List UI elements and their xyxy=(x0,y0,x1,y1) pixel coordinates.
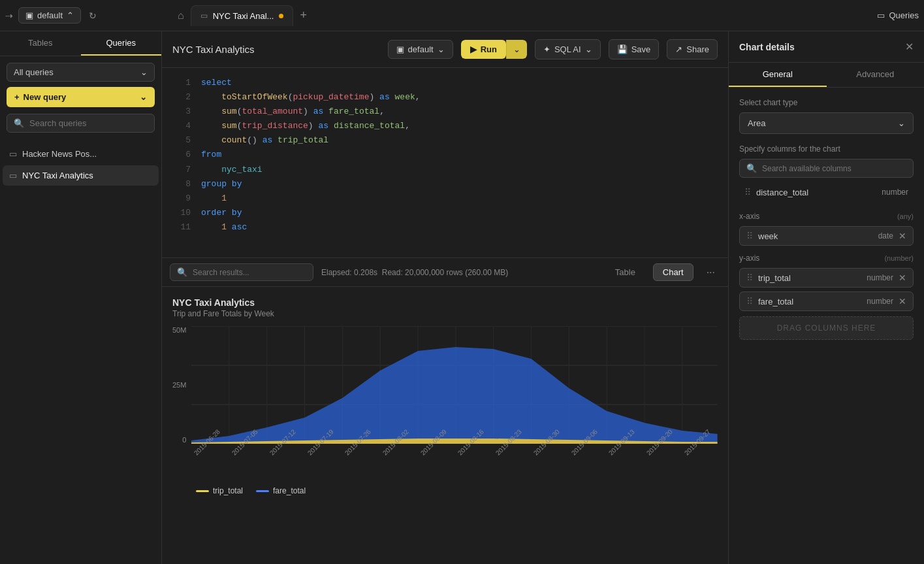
chart-details-title: Chart details xyxy=(739,42,795,52)
x-axis-labels: 2015-06-28 2015-07-05 2015-07-12 2015-07… xyxy=(191,446,718,459)
share-button[interactable]: ↗ Share xyxy=(667,39,718,59)
sql-ai-label: SQL AI xyxy=(554,44,581,54)
back-icon[interactable]: ⇢ xyxy=(5,10,13,21)
plus-icon: + xyxy=(14,92,20,102)
y-axis-trip-total-col: ⠿ trip_total number ✕ xyxy=(739,268,914,288)
code-line-2: 2 toStartOfWeek(pickup_datetime) as week… xyxy=(162,90,728,105)
chart-view-button[interactable]: Chart xyxy=(653,263,693,281)
results-search-box[interactable]: 🔍 xyxy=(170,263,313,281)
new-query-chevron-icon: ⌄ xyxy=(140,92,147,102)
add-tab-button[interactable]: + xyxy=(295,3,312,27)
db-selector-icon: ▣ xyxy=(396,44,404,54)
chart-details-tabs: General Advanced xyxy=(729,63,924,88)
run-button-wrapper: ▶ Run ⌄ xyxy=(461,40,527,59)
close-panel-button[interactable]: ✕ xyxy=(905,41,914,53)
y-axis-fare-total-col: ⠿ fare_total number ✕ xyxy=(739,291,914,311)
more-options-button[interactable]: ··· xyxy=(701,264,720,281)
top-bar: ⇢ ▣ default ⌃ ↻ ⌂ ▭ NYC Taxi Anal... + ▭… xyxy=(0,0,924,31)
db-selector-badge[interactable]: ▣ default ⌃ xyxy=(18,7,81,24)
active-tab[interactable]: ▭ NYC Taxi Anal... xyxy=(191,5,294,26)
dropdown-chevron-icon: ⌄ xyxy=(140,67,148,77)
sidebar-item-label: Hacker News Pos... xyxy=(22,149,97,159)
elapsed-info: Elapsed: 0.208s Read: 20,000,000 rows (2… xyxy=(321,268,597,277)
col-name-label: distance_total xyxy=(756,188,808,197)
code-line-4: 4 sum(trip_distance) as distance_total, xyxy=(162,119,728,133)
db-name-label: default xyxy=(37,10,63,20)
refresh-icon[interactable]: ↻ xyxy=(89,10,97,21)
column-search-input[interactable] xyxy=(762,164,906,173)
content-area: NYC Taxi Analytics ▣ default ⌄ ▶ Run ⌄ ✦… xyxy=(162,31,728,564)
legend-trip-total: trip_total xyxy=(196,486,243,495)
queries-icon: ▭ xyxy=(877,10,885,20)
x-axis-week-col: ⠿ week date ✕ xyxy=(739,226,914,246)
results-search-input[interactable] xyxy=(193,268,306,277)
y-col-fare-drag-icon[interactable]: ⠿ xyxy=(746,296,753,307)
chart-title: NYC Taxi Analytics xyxy=(172,297,718,308)
tab-modified-dot xyxy=(279,14,283,18)
chart-details-header: Chart details ✕ xyxy=(729,31,924,63)
save-button[interactable]: 💾 Save xyxy=(609,39,660,59)
run-button[interactable]: ▶ Run xyxy=(461,40,506,59)
home-icon[interactable]: ⌂ xyxy=(172,5,189,27)
tab-advanced[interactable]: Advanced xyxy=(827,63,925,87)
x-axis-type: (any) xyxy=(897,212,914,220)
search-queries-box[interactable]: 🔍 xyxy=(7,114,155,133)
y-col-trip-name: trip_total xyxy=(758,273,791,283)
chart-type-chevron-icon: ⌄ xyxy=(898,118,905,128)
col-search-icon: 🔍 xyxy=(746,163,757,173)
column-search-box[interactable]: 🔍 xyxy=(739,159,914,178)
x-col-type: date xyxy=(878,231,893,241)
main-layout: Tables Queries All queries ⌄ + New query… xyxy=(0,31,924,564)
code-line-11: 11 1 asc xyxy=(162,220,728,235)
sidebar: Tables Queries All queries ⌄ + New query… xyxy=(0,31,162,564)
legend-trip-total-color xyxy=(196,490,209,492)
new-query-label: New query xyxy=(24,92,67,102)
tab-queries[interactable]: Queries xyxy=(81,31,162,56)
chart-container: NYC Taxi Analytics Trip and Fare Totals … xyxy=(162,287,728,564)
search-queries-input[interactable] xyxy=(29,118,148,128)
chart-type-value: Area xyxy=(748,118,765,128)
col-drag-icon[interactable]: ⠿ xyxy=(744,187,751,197)
sql-ai-icon: ✦ xyxy=(543,44,550,54)
code-line-9: 9 1 xyxy=(162,191,728,206)
drag-columns-here[interactable]: DRAG COLUMNS HERE xyxy=(739,316,914,340)
legend-fare-total-label: fare_total xyxy=(273,486,306,495)
db-chevron-icon: ⌃ xyxy=(67,10,74,20)
y-col-fare-remove-button[interactable]: ✕ xyxy=(899,296,906,307)
y-col-trip-drag-icon[interactable]: ⠿ xyxy=(746,273,753,283)
y-col-fare-name: fare_total xyxy=(758,297,793,307)
tab-tables[interactable]: Tables xyxy=(0,31,81,56)
code-editor[interactable]: 1 select 2 toStartOfWeek(pickup_datetime… xyxy=(162,68,728,257)
x-col-drag-icon[interactable]: ⠿ xyxy=(746,231,753,241)
x-col-remove-button[interactable]: ✕ xyxy=(899,231,906,241)
legend-fare-total: fare_total xyxy=(256,486,306,495)
tab-name-label: NYC Taxi Anal... xyxy=(213,11,274,21)
x-axis-name: x-axis xyxy=(739,212,759,221)
tab-query-icon: ▭ xyxy=(200,11,208,20)
fare-total-area xyxy=(191,347,718,444)
y-col-trip-remove-button[interactable]: ✕ xyxy=(899,273,906,283)
table-view-button[interactable]: Table xyxy=(605,263,645,281)
sql-ai-button[interactable]: ✦ SQL AI ⌄ xyxy=(535,39,601,59)
query-db-name: default xyxy=(408,44,434,54)
select-chart-type-label: Select chart type xyxy=(739,98,914,107)
code-line-8: 8 group by xyxy=(162,177,728,191)
run-play-icon: ▶ xyxy=(470,44,477,54)
sidebar-item-nyc-taxi[interactable]: ▭ NYC Taxi Analytics xyxy=(3,165,159,186)
queries-button[interactable]: ▭ Queries xyxy=(877,10,919,20)
query-header: NYC Taxi Analytics ▣ default ⌄ ▶ Run ⌄ ✦… xyxy=(162,31,728,68)
run-dropdown-button[interactable]: ⌄ xyxy=(506,40,527,59)
new-query-button[interactable]: + New query ⌄ xyxy=(7,87,155,107)
results-bar: 🔍 Elapsed: 0.208s Read: 20,000,000 rows … xyxy=(162,257,728,287)
all-queries-dropdown[interactable]: All queries ⌄ xyxy=(7,63,155,82)
tab-general[interactable]: General xyxy=(729,63,827,87)
chart-type-dropdown[interactable]: Area ⌄ xyxy=(739,112,914,134)
chart-body: 50M 25M 0 xyxy=(172,326,718,459)
sidebar-item-hacker-news[interactable]: ▭ Hacker News Pos... xyxy=(3,144,159,164)
query-db-selector[interactable]: ▣ default ⌄ xyxy=(388,40,453,59)
chart-plot-area: 2015-06-28 2015-07-05 2015-07-12 2015-07… xyxy=(191,326,718,459)
run-dropdown-chevron-icon: ⌄ xyxy=(513,44,520,54)
tabs-area: ⌂ ▭ NYC Taxi Anal... + xyxy=(172,3,872,27)
db-icon: ▣ xyxy=(25,10,33,20)
db-selector-chevron-icon: ⌄ xyxy=(438,44,445,54)
